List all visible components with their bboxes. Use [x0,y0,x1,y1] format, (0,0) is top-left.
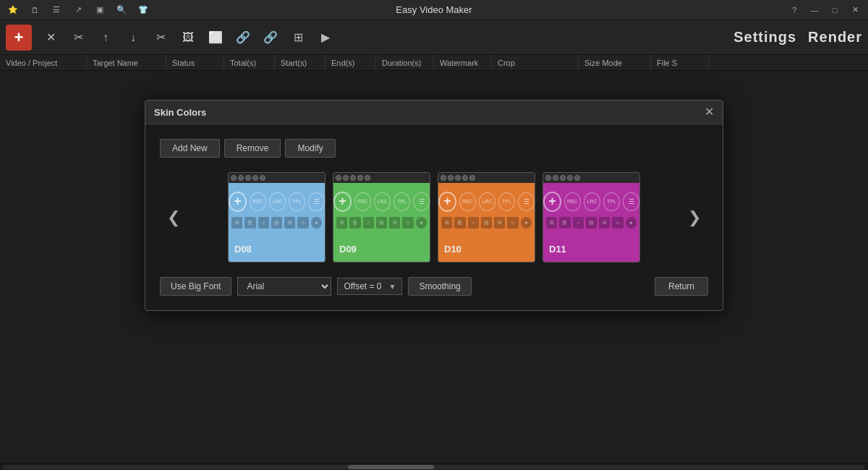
rec-icon: REC [354,192,371,211]
small-icon: ● [311,217,322,228]
tb-icon6[interactable]: 👕 [136,3,150,17]
cards-container: + REC LRC TPL ☰ ⊞ 🗑 ♪ [187,172,681,262]
small-icon: ▤ [586,217,597,228]
card-bottom-row: ⊞ 🗑 ♪ ▤ ⊞ ☺ ● [229,215,325,230]
list-icon: ☰ [413,192,430,211]
tpl-icon: TPL [498,192,515,211]
small-icon: 🗑 [454,217,465,228]
card-bottom-row: ⊞ 🗑 ♪ ▤ ⊞ ☺ ● [438,215,535,230]
offset-arrow-icon[interactable]: ▼ [388,283,396,291]
skin-card-d08[interactable]: + REC LRC TPL ☰ ⊞ 🗑 ♪ [228,172,326,262]
next-arrow[interactable]: ❯ [681,208,708,227]
mini-dot [545,175,551,181]
skin-card-d10[interactable]: + REC LRC TPL ☰ ⊞ 🗑 ♪ [438,172,535,262]
small-icon: ⊞ [336,217,347,228]
add-new-button[interactable]: Add New [160,139,220,158]
lrc-icon: LRC [374,192,391,211]
up-tool[interactable]: ↑ [93,25,119,51]
close-icon[interactable]: ✕ [848,3,862,17]
tb-icon3[interactable]: ↗ [71,3,85,17]
help-icon[interactable]: ? [787,3,801,17]
card-bottom-row: ⊞ 🗑 ♪ ▤ ⊞ ☺ ● [543,215,639,230]
render-button[interactable]: Render [808,29,862,46]
list-icon: ☰ [518,192,535,211]
plus-icon: + [543,192,561,212]
tb-icon2[interactable]: ☰ [49,3,64,17]
card-toolbar-mini [229,173,325,183]
tb-icon1[interactable]: 🗒 [27,3,42,17]
add-button[interactable]: + [6,25,32,51]
image-tool[interactable]: 🖼 [175,25,201,51]
table-header: Video / Project Target Name Status Total… [0,55,868,71]
return-button[interactable]: Return [655,277,708,296]
small-icon: ♪ [363,217,374,228]
minimize-icon[interactable]: — [807,3,822,17]
tb-icon4[interactable]: ▣ [93,3,107,17]
grid-tool[interactable]: ⊞ [285,25,311,51]
list-icon: ☰ [623,192,639,211]
small-icon: ♪ [258,217,269,228]
skin-card-d09[interactable]: + REC LRC TPL ☰ ⊞ 🗑 ♪ [333,172,430,262]
modal-button-row: Add New Remove Modify [160,139,708,158]
big-font-button[interactable]: Use Big Font [160,277,231,296]
down-tool[interactable]: ↓ [120,25,146,51]
small-icon: ⊞ [441,217,452,228]
card-toolbar-mini [438,173,535,183]
card-icons-row: + REC LRC TPL ☰ [229,188,325,215]
offset-label: Offset = 0 [344,281,381,291]
lrc-icon: LRC [269,192,286,211]
skin-colors-modal: Skin Colors ✕ Add New Remove Modify ❮ [145,100,723,311]
play-tool[interactable]: ▶ [312,25,339,51]
settings-button[interactable]: Settings [733,29,796,46]
list-icon: ☰ [308,192,325,211]
mini-dot [260,175,265,181]
remove-button[interactable]: Remove [224,139,281,158]
mini-dot [231,175,237,181]
small-icon: ☺ [297,217,308,228]
mini-dot [357,175,363,181]
modify-button[interactable]: Modify [285,139,335,158]
prev-arrow[interactable]: ❮ [160,208,187,227]
small-icon: ⊞ [599,217,610,228]
title-bar: ⭐ 🗒 ☰ ↗ ▣ 🔍 👕 Easy Video Maker ? — □ ✕ [0,0,868,20]
card-label-d09: D09 [333,234,430,262]
small-icon: 🗑 [244,217,255,228]
col-crop: Crop [492,55,579,70]
col-status: Status [166,55,224,70]
unlink-tool[interactable]: 🔗 [258,25,284,51]
crop-tool[interactable]: ⬜ [203,25,229,51]
cards-area: ❮ [160,172,708,262]
small-icon: ▤ [271,217,282,228]
small-icon: 🗑 [349,217,360,228]
col-duration: Duration(s) [376,55,434,70]
small-icon: ☺ [507,217,518,228]
card-icons-row: + REC LRC TPL ☰ [438,188,535,215]
tb-icon5[interactable]: 🔍 [114,3,129,17]
modal-body: Add New Remove Modify ❮ [145,124,723,310]
small-icon: ▤ [481,217,492,228]
maximize-icon[interactable]: □ [827,3,842,17]
scissors-tool[interactable]: ✂ [65,25,91,51]
modal-titlebar: Skin Colors ✕ [145,101,723,124]
main-scrollbar[interactable] [0,463,868,470]
mini-dot [560,175,566,181]
scrollbar-thumb[interactable] [348,465,434,469]
modal-close-button[interactable]: ✕ [705,106,714,118]
close-tool[interactable]: ✕ [38,25,64,51]
card-toolbar-mini [543,173,639,183]
cut-tool[interactable]: ✂ [148,25,174,51]
mini-dot [245,175,251,181]
rec-icon: REC [250,192,266,211]
tpl-icon: TPL [393,192,410,211]
card-bottom-row: ⊞ 🗑 ♪ ▤ ⊞ ☺ ● [333,215,430,230]
bottom-controls: Use Big Font Arial Offset = 0 ▼ Smoothin… [160,277,708,296]
skin-card-d11[interactable]: + REC LRC TPL ☰ ⊞ 🗑 ♪ [542,172,640,262]
mini-dot [343,175,349,181]
rec-icon: REC [564,192,581,211]
card-label-d08: D08 [229,234,325,262]
font-select[interactable]: Arial [237,277,331,296]
link-tool[interactable]: 🔗 [230,25,256,51]
small-icon: ⊞ [389,217,400,228]
smoothing-button[interactable]: Smoothing [408,277,471,296]
small-icon: ⊞ [231,217,242,228]
